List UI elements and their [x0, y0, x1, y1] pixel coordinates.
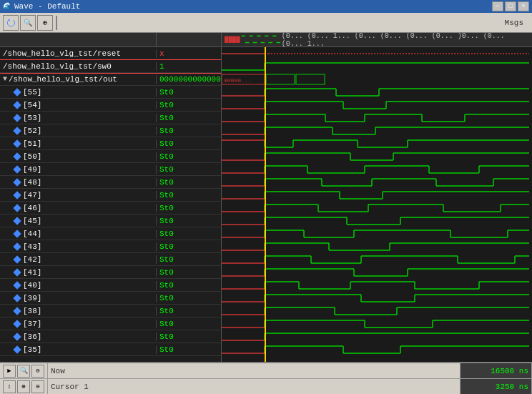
signal-row[interactable]: /show_hello_vlg_tst/sw01 [0, 60, 221, 73]
diamond-icon [13, 345, 21, 353]
signal-name-cell: [50] [0, 152, 157, 161]
now-value-cell: 16500 ns [460, 363, 532, 378]
signal-value: St0 [157, 242, 221, 251]
signal-label: [36] [23, 333, 41, 341]
signal-label: [39] [23, 294, 41, 302]
diamond-icon [13, 217, 21, 225]
diamond-icon [13, 127, 21, 134]
window-controls[interactable]: − □ × [492, 1, 529, 11]
signal-row[interactable]: [45]St0 [0, 215, 221, 227]
signal-value: St0 [157, 139, 221, 148]
signal-row[interactable]: [43]St0 [0, 240, 221, 253]
diamond-icon [13, 114, 21, 122]
status-row-1: ▶ 🔍 ⊖ Now 16500 ns [0, 363, 532, 379]
toolbar-zoom-in[interactable]: ⭮ [3, 15, 19, 31]
zoom-out-button[interactable]: ⊖ [31, 365, 44, 378]
clear-button[interactable]: ⊖ [31, 380, 44, 393]
signal-value: St0 [157, 333, 221, 341]
diamond-icon [13, 294, 21, 302]
cursor-icon-btn[interactable]: ↕ [3, 380, 16, 393]
signal-label: [52] [23, 127, 41, 135]
signal-value: St0 [157, 114, 221, 122]
signal-row[interactable]: [47]St0 [0, 189, 221, 202]
signal-value: St0 [157, 88, 221, 97]
svg-text:00000...: 00000... [224, 77, 251, 84]
signal-row[interactable]: [52]St0 [0, 124, 221, 137]
signal-panel: /show_hello_vlg_tst/resetx/show_hello_vl… [0, 33, 222, 362]
signal-label: [38] [23, 307, 41, 315]
signal-name-cell: [52] [0, 127, 157, 135]
signal-row[interactable]: [46]St0 [0, 202, 221, 215]
signal-row[interactable]: [37]St0 [0, 317, 221, 330]
signal-label: [55] [23, 88, 41, 97]
signal-row[interactable]: /show_hello_vlg_tst/resetx [0, 47, 221, 60]
close-button[interactable]: × [518, 1, 529, 11]
signal-name-cell: /show_hello_vlg_tst/sw0 [0, 62, 157, 71]
signal-row[interactable]: [36]St0 [0, 330, 221, 343]
signal-label: [43] [23, 242, 41, 251]
signal-row[interactable]: [35]St0 [0, 343, 221, 356]
signal-label: /show_hello_vlg_tst/reset [3, 49, 121, 58]
signal-value: St0 [157, 320, 221, 328]
signal-row[interactable]: [40]St0 [0, 279, 221, 292]
diamond-icon [13, 191, 21, 199]
signal-row[interactable]: ▼ /show_hello_vlg_tst/out00000000000000.… [0, 73, 221, 86]
signal-row[interactable]: [49]St0 [0, 163, 221, 176]
signal-row[interactable]: [51]St0 [0, 137, 221, 150]
cursor-line [265, 47, 266, 362]
signal-name-cell: [43] [0, 242, 157, 251]
signal-row[interactable]: [55]St0 [0, 86, 221, 99]
diamond-icon [13, 333, 21, 340]
diamond-icon [13, 268, 21, 276]
now-value: 16500 ns [491, 367, 528, 375]
minimize-button[interactable]: − [492, 1, 503, 11]
signal-row[interactable]: [42]St0 [0, 253, 221, 266]
signal-label: [35] [23, 345, 41, 354]
signal-name-cell: [54] [0, 101, 157, 109]
signal-value: St0 [157, 307, 221, 315]
signal-value: St0 [157, 281, 221, 290]
signal-name-cell: [53] [0, 114, 157, 122]
signal-label: [41] [23, 268, 41, 277]
play-button[interactable]: ▶ [3, 365, 16, 378]
wave-canvas[interactable]: 00000... [222, 47, 532, 362]
signal-row[interactable]: [39]St0 [0, 292, 221, 305]
signal-name-cell: [46] [0, 204, 157, 212]
signal-name-cell: [39] [0, 294, 157, 302]
signal-value: St0 [157, 152, 221, 161]
snap-button[interactable]: ⊕ [17, 380, 30, 393]
signal-name-cell: [49] [0, 165, 157, 174]
signal-name-cell: /show_hello_vlg_tst/reset [0, 49, 157, 58]
signal-row[interactable]: [54]St0 [0, 99, 221, 112]
signal-label: /show_hello_vlg_tst/sw0 [3, 62, 112, 71]
signal-value: St0 [157, 127, 221, 135]
signal-row[interactable]: [38]St0 [0, 305, 221, 317]
toolbar-sep [56, 16, 57, 30]
diamond-icon [13, 320, 21, 327]
signal-row[interactable]: [44]St0 [0, 227, 221, 240]
diamond-icon [13, 255, 21, 263]
signal-header-name [0, 33, 157, 46]
maximize-button[interactable]: □ [505, 1, 516, 11]
signal-value: St0 [157, 217, 221, 225]
signal-name-cell: [51] [0, 139, 157, 148]
signal-label: [42] [23, 255, 41, 264]
signal-name-cell: [55] [0, 88, 157, 97]
signal-label: [47] [23, 191, 41, 200]
wave-bus-label: (0... (0... 1... (0... (0... (0... (0...… [282, 33, 529, 48]
signal-value: x [157, 49, 221, 58]
zoom-button[interactable]: 🔍 [17, 365, 30, 378]
expand-icon[interactable]: ▼ [3, 75, 7, 83]
main-container: /show_hello_vlg_tst/resetx/show_hello_vl… [0, 33, 532, 362]
toolbar-btn-2[interactable]: 🔍 [20, 15, 36, 31]
toolbar-btn-3[interactable]: ⊕ [37, 15, 53, 31]
cursor-label-cell: Now [48, 363, 460, 378]
signal-row[interactable]: [53]St0 [0, 112, 221, 124]
signal-label: [45] [23, 217, 41, 225]
signal-row[interactable]: [50]St0 [0, 150, 221, 163]
signal-row[interactable]: [41]St0 [0, 266, 221, 279]
signal-row[interactable]: [48]St0 [0, 176, 221, 189]
signal-list: /show_hello_vlg_tst/resetx/show_hello_vl… [0, 47, 221, 362]
status-icon-group: ▶ 🔍 ⊖ [3, 365, 44, 378]
signal-name-cell: [47] [0, 191, 157, 200]
